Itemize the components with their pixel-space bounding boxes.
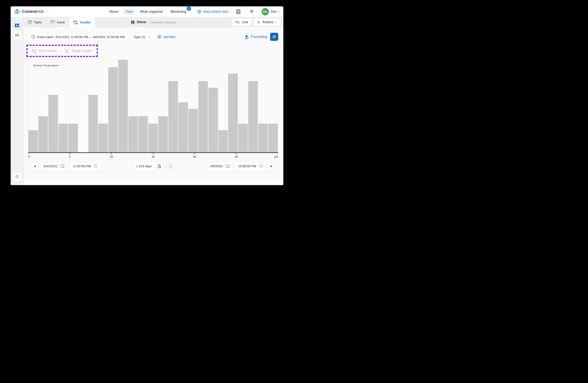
x-axis-tick-label: 80 [235, 155, 238, 158]
end-date-button[interactable]: 9/5/2022 [207, 162, 233, 171]
primary-nav: Home View Work organizer Monitoring 2 [106, 8, 191, 15]
x-axis-tick [194, 153, 195, 154]
history-icon [168, 164, 172, 168]
divider [231, 7, 232, 17]
histogram-bar [188, 109, 198, 152]
clock-icon [31, 35, 35, 39]
help-button[interactable]: ? [235, 9, 242, 14]
nav-item-home[interactable]: Home [106, 8, 121, 15]
multi-scatter-icon [32, 49, 37, 53]
type-filter-chip[interactable]: Type (1) ✕ [130, 33, 154, 41]
start-time-value: 11:00:00 PM [73, 164, 91, 168]
single-scatter-button[interactable]: Single scatter [61, 47, 96, 55]
multi-scatter-button[interactable]: Multi scatter [28, 47, 61, 55]
divider [258, 7, 259, 17]
start-date-value: 3/31/2021 [43, 164, 58, 168]
strip-actions: Live Actions ▾ [231, 17, 283, 27]
help-icon: ? [236, 9, 241, 14]
gear-icon: ⚙ [15, 174, 19, 180]
divider [245, 7, 245, 17]
remove-filter-icon[interactable]: ✕ [148, 35, 151, 39]
lock-range-button[interactable] [155, 162, 163, 170]
x-axis-tick-label: 60 [193, 155, 196, 158]
dashboard-view-button[interactable] [13, 21, 21, 30]
user-name[interactable]: Dev [271, 10, 277, 14]
series-selector[interactable]: [Demo] Temperature ▾ [31, 62, 64, 69]
x-axis-tick-label: 40 [151, 155, 154, 158]
live-toggle-button[interactable]: Live [231, 18, 252, 26]
contexthub-logo-icon [14, 9, 20, 15]
histogram-bar [148, 124, 158, 152]
histogram-bar [28, 130, 38, 152]
end-time-button[interactable]: 10:59:00 PM [235, 162, 266, 171]
lock-icon [158, 164, 161, 168]
plus-circle-icon [197, 10, 201, 14]
formatting-button[interactable]: Formatting [245, 35, 267, 39]
histogram-bar [118, 60, 128, 152]
lightning-icon [258, 20, 260, 24]
x-axis-tick-label: 100 [274, 155, 278, 158]
histogram-bar [228, 74, 238, 152]
histogram-bar [128, 116, 138, 152]
histogram-bar [178, 102, 188, 152]
divider [50, 7, 50, 17]
nav-item-view[interactable]: View [123, 8, 135, 15]
brand-chevron-down-icon[interactable]: ▾ [46, 10, 47, 13]
nav-right: Add context item ? DA Dev ▾ [191, 7, 279, 17]
actions-chevron-down-icon: ▾ [275, 21, 277, 23]
gantt-icon [50, 20, 55, 24]
bell-icon [250, 9, 254, 14]
publish-view-button[interactable] [13, 30, 21, 39]
brand-name: ContextHub [22, 9, 44, 14]
histogram-bar [38, 116, 48, 152]
histogram-bar [98, 124, 108, 152]
clock-icon [259, 164, 263, 168]
histogram-bar [258, 124, 268, 152]
histogram-bar [248, 81, 258, 152]
time-start-group: ◀ 3/31/2021 11:00:00 PM [31, 162, 101, 171]
brand[interactable]: ContextHub ▾ [14, 9, 47, 15]
prev-range-button[interactable]: ◀ [31, 162, 38, 171]
left-sidebar: ⚙ [11, 17, 24, 185]
histogram-bar [48, 95, 58, 152]
histogram-bar [88, 95, 98, 152]
histogram-bar [58, 124, 68, 152]
nav-item-work-organizer[interactable]: Work organizer [137, 8, 166, 15]
time-end-group: 9/5/2022 10:59:00 PM [207, 162, 275, 171]
reset-time-history-button[interactable] [166, 162, 175, 171]
range-pill[interactable]: ± 523 days [132, 162, 164, 171]
histogram-panel: [Demo] Temperature ▾ -20020406080100 ◀ 3… [28, 59, 278, 173]
next-range-button[interactable]: ▶ [268, 162, 275, 171]
series-selector-label: [Demo] Temperature [33, 64, 58, 67]
chart-settings-button[interactable]: ⚙ [270, 33, 278, 41]
main-area: ⚙ Table Gantt [11, 17, 283, 185]
actions-button[interactable]: Actions ▾ [254, 18, 281, 26]
notifications-button[interactable] [248, 9, 255, 14]
table-icon [28, 20, 32, 24]
nav-item-monitoring[interactable]: Monitoring 2 [168, 8, 189, 15]
avatar[interactable]: DA [262, 8, 269, 15]
live-off-icon [235, 20, 240, 24]
event-open-filter-pill[interactable]: Event open: 3/31/2021 11:00:00 PM — 9/5/… [28, 33, 128, 41]
histogram-bars [28, 60, 278, 152]
histogram-bar [238, 124, 248, 152]
tab-gantt[interactable]: Gantt [46, 17, 69, 27]
x-axis-tick-label: 0 [69, 155, 70, 158]
calendar-icon [226, 164, 230, 168]
add-filter-button[interactable]: Add filter [157, 35, 176, 39]
settings-button[interactable]: ⚙ [13, 172, 21, 181]
time-range-bar: ◀ 3/31/2021 11:00:00 PM [28, 159, 278, 172]
histogram-bar [158, 116, 168, 152]
add-context-item-button[interactable]: Add context item [197, 10, 228, 14]
tab-table[interactable]: Table [24, 17, 46, 27]
user-chevron-down-icon[interactable]: ▾ [278, 10, 279, 13]
start-time-button[interactable]: 11:00:00 PM [70, 162, 101, 171]
unsaved-changes-status: - Unsaved changes [148, 20, 176, 24]
app-window: ContextHub ▾ Home View Work organizer Mo… [11, 6, 283, 185]
end-date-value: 9/5/2022 [210, 164, 223, 168]
screenshot-frame: ContextHub ▾ Home View Work organizer Mo… [0, 0, 294, 192]
x-axis-tick [236, 153, 237, 154]
start-date-button[interactable]: 3/31/2021 [40, 162, 67, 171]
formatting-area: Formatting ⚙ [245, 33, 278, 41]
tab-scatter[interactable]: Scatter [69, 17, 95, 27]
